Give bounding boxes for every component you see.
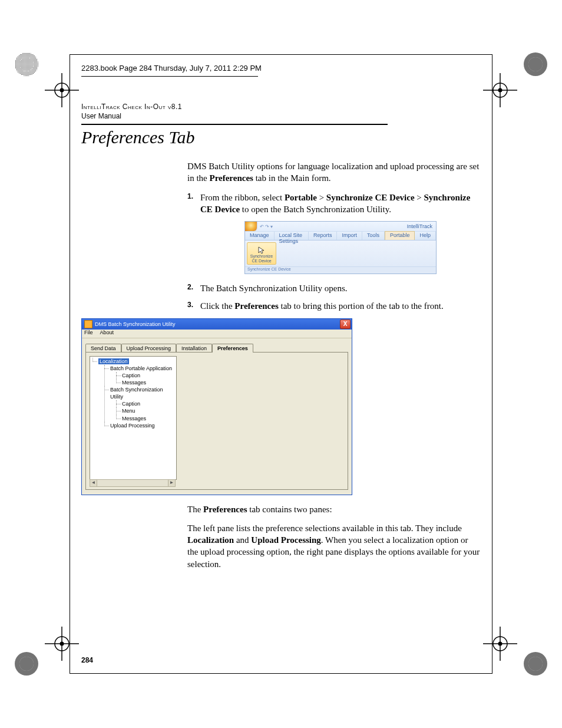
text-bold: Portable — [285, 193, 317, 202]
svg-point-9 — [19, 657, 34, 671]
tree-node: Localization Batch Portable Application … — [92, 358, 175, 429]
tree-label: Batch Portable Application — [110, 365, 172, 371]
text: to open the Batch Synchronization Utilit… — [240, 205, 391, 214]
dialog-mock: DMS Batch Synchronization Utility X File… — [81, 318, 352, 495]
after-paragraph-2: The left pane lists the preference selec… — [187, 522, 481, 570]
scroll-left-icon: ◄ — [90, 480, 97, 486]
registration-mark-icon — [522, 51, 549, 78]
menu-item: File — [84, 330, 93, 335]
dialog-tab: Installation — [176, 344, 212, 353]
ribbon-titlebar: ↶ ↷ ▾ IntelliTrack — [245, 222, 436, 231]
registration-mark-icon — [13, 650, 40, 677]
dialog-screenshot: DMS Batch Synchronization Utility X File… — [81, 318, 481, 495]
tree-node: Messages — [116, 379, 175, 386]
running-head: 2283.book Page 284 Thursday, July 7, 201… — [81, 64, 481, 73]
ribbon-tabs: Manage Local Site Settings Reports Impor… — [245, 231, 436, 241]
svg-point-3 — [19, 57, 34, 71]
app-name: IntelliTrack — [407, 223, 432, 229]
text: The Batch Synchronization Utility opens. — [200, 284, 348, 293]
text: The — [187, 505, 203, 514]
dialog-tabs: Send Data Upload Processing Installation… — [85, 342, 348, 352]
tree-label: Upload Processing — [110, 423, 155, 429]
tree-label: Caption — [122, 401, 140, 407]
scroll-right-icon: ► — [168, 480, 175, 486]
page: 2283.book Page 284 Thursday, July 7, 201… — [0, 0, 562, 728]
page-title: Preferences Tab — [81, 127, 481, 147]
svg-point-20 — [498, 88, 503, 93]
ribbon-tab: Reports — [309, 232, 338, 240]
tree-node: Batch Portable Application Caption Messa… — [104, 365, 175, 386]
button-label: Synchronize — [250, 254, 273, 258]
tree-label: Messages — [122, 380, 146, 386]
ribbon-tab: Import — [337, 232, 362, 240]
app-icon — [84, 320, 92, 328]
doc-header-manual: User Manual — [81, 112, 481, 120]
text: The left pane lists the preference selec… — [187, 523, 462, 533]
dialog-tab-active: Preferences — [212, 344, 253, 353]
step-number: 3. — [187, 301, 193, 309]
ribbon-group-label: Synchronize CE Device — [245, 266, 436, 274]
tree-label: Batch Synchronization Utility — [110, 387, 163, 400]
tree-node: Menu — [116, 407, 175, 414]
svg-point-28 — [498, 642, 503, 646]
synchronize-ce-device-button: Synchronize CE Device — [247, 242, 276, 265]
horizontal-scrollbar: ◄ ► — [90, 479, 176, 487]
ribbon-tab-active: Portable — [385, 231, 415, 240]
step-3: 3. Click the Preferences tab to bring th… — [187, 300, 481, 312]
text: From the ribbon, select — [200, 193, 285, 202]
dialog-pane: Localization Batch Portable Application … — [85, 352, 348, 490]
tree-label: Menu — [122, 408, 135, 414]
dialog-tab: Send Data — [85, 344, 121, 353]
text: tab in the Main form. — [253, 173, 331, 183]
dialog-client: Send Data Upload Processing Installation… — [82, 338, 352, 495]
tree-node: Batch Synchronization Utility Caption Me… — [104, 386, 175, 422]
registration-mark-icon — [13, 51, 40, 78]
text-bold: Upload Processing — [251, 535, 320, 545]
ribbon-tab: Local Site Settings — [275, 232, 309, 240]
registration-mark-icon — [522, 650, 549, 677]
dialog-title: DMS Batch Synchronization Utility — [95, 321, 176, 327]
button-label: CE Device — [252, 259, 271, 263]
dialog-menubar: File About — [82, 330, 352, 338]
text-bold: Preferences — [234, 301, 278, 311]
text: tab contains two panes: — [247, 505, 332, 514]
text-bold: Synchronize CE Device — [326, 193, 415, 202]
tree-label: Messages — [122, 416, 146, 421]
tree-node-selected: Localization — [98, 358, 129, 364]
ribbon-tab: Help — [415, 232, 436, 240]
text-bold: Localization — [187, 535, 234, 545]
running-head-rule — [81, 76, 258, 77]
text: > — [415, 193, 424, 202]
ribbon-screenshot: ↶ ↷ ▾ IntelliTrack Manage Local Site Set… — [200, 221, 481, 274]
doc-header-rule — [81, 124, 388, 125]
after-paragraph-1: The Preferences tab contains two panes: — [187, 503, 481, 515]
text: > — [317, 193, 326, 202]
svg-point-12 — [528, 657, 543, 671]
body-text: DMS Batch Utility options for language l… — [187, 160, 481, 570]
tree-node: Caption — [116, 372, 175, 379]
intro-paragraph: DMS Batch Utility options for language l… — [187, 160, 481, 185]
tree-node: Messages — [116, 415, 175, 422]
dialog-tab: Upload Processing — [121, 344, 177, 353]
tree-label: Caption — [122, 373, 140, 378]
text-bold: Preferences — [203, 505, 247, 514]
cursor-icon — [257, 246, 266, 254]
svg-point-16 — [60, 88, 64, 93]
content-area: 2283.book Page 284 Thursday, July 7, 201… — [81, 64, 481, 664]
tree-node: Caption — [116, 400, 175, 407]
tree-node: Upload Processing — [104, 422, 175, 429]
office-orb-icon — [245, 222, 257, 231]
text-bold: Preferences — [210, 173, 253, 183]
steps-list: 1. From the ribbon, select Portable > Sy… — [187, 192, 481, 312]
preferences-tree: Localization Batch Portable Application … — [90, 356, 177, 480]
doc-header-product: IntelliTrack Check In-Out v8.1 — [81, 103, 481, 111]
menu-item: About — [100, 330, 114, 335]
text: and — [234, 535, 251, 545]
ribbon-mock: ↶ ↷ ▾ IntelliTrack Manage Local Site Set… — [244, 221, 437, 274]
dialog-titlebar: DMS Batch Synchronization Utility X — [82, 319, 352, 330]
svg-point-24 — [60, 642, 64, 646]
step-2: 2. The Batch Synchronization Utility ope… — [187, 282, 481, 294]
close-icon: X — [340, 319, 351, 329]
text: tab to bring this portion of the tab to … — [279, 301, 444, 311]
ribbon-tab: Tools — [362, 232, 385, 240]
